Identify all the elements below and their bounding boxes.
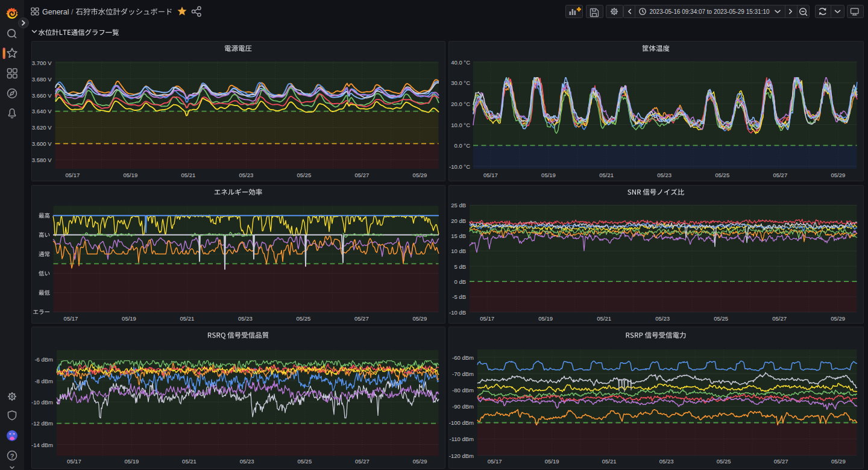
svg-text:05/27: 05/27 <box>774 458 788 465</box>
svg-text:05/25: 05/25 <box>297 172 312 178</box>
svg-text:05/27: 05/27 <box>355 172 370 178</box>
svg-text:30.0 °C: 30.0 °C <box>451 80 470 86</box>
svg-text:-60 dBm: -60 dBm <box>452 354 474 361</box>
svg-text:05/21: 05/21 <box>181 172 196 178</box>
svg-text:General: General <box>42 8 69 16</box>
svg-text:-14 dBm: -14 dBm <box>31 442 53 448</box>
svg-text:-120 dBm: -120 dBm <box>449 453 474 459</box>
svg-text:05/25: 05/25 <box>717 458 731 465</box>
svg-text:05/21: 05/21 <box>597 315 611 322</box>
svg-text:05/29: 05/29 <box>831 458 846 465</box>
svg-text:05/23: 05/23 <box>659 458 674 465</box>
svg-text:05/17: 05/17 <box>488 458 502 465</box>
svg-text:05/29: 05/29 <box>413 458 427 465</box>
svg-text:05/23: 05/23 <box>239 172 254 178</box>
svg-text:15 dB: 15 dB <box>451 233 466 239</box>
svg-text:20.0 °C: 20.0 °C <box>451 101 470 107</box>
svg-text:-100 dBm: -100 dBm <box>449 419 474 426</box>
svg-text:05/27: 05/27 <box>773 172 787 178</box>
svg-text:2023-05-16 09:34:07 to 2023-05: 2023-05-16 09:34:07 to 2023-05-29 15:31:… <box>650 8 770 15</box>
svg-text:05/23: 05/23 <box>238 315 253 322</box>
svg-text:3.620 V: 3.620 V <box>32 124 52 131</box>
svg-text:-6 dBm: -6 dBm <box>34 356 53 363</box>
svg-text:05/29: 05/29 <box>413 172 427 178</box>
svg-text:-70 dBm: -70 dBm <box>452 371 474 377</box>
svg-text:05/21: 05/21 <box>180 315 195 322</box>
svg-text:05/23: 05/23 <box>240 458 254 465</box>
svg-text:-10 dBm: -10 dBm <box>31 399 53 406</box>
svg-text:05/29: 05/29 <box>831 172 846 178</box>
svg-text:05/25: 05/25 <box>297 458 312 465</box>
svg-text:05/27: 05/27 <box>354 315 369 322</box>
svg-text:05/25: 05/25 <box>297 315 311 322</box>
svg-text:3.680 V: 3.680 V <box>32 76 52 83</box>
svg-text:3.600 V: 3.600 V <box>32 140 52 147</box>
svg-text:05/17: 05/17 <box>64 315 78 322</box>
svg-text:0.0 °C: 0.0 °C <box>454 142 470 149</box>
svg-text:05/23: 05/23 <box>655 315 670 322</box>
svg-text:-5 dB: -5 dB <box>452 293 466 300</box>
svg-text:05/25: 05/25 <box>714 315 728 322</box>
svg-text:05/19: 05/19 <box>545 458 559 465</box>
svg-text:05/21: 05/21 <box>602 458 617 465</box>
svg-text:05/19: 05/19 <box>541 172 556 178</box>
svg-text:-110 dBm: -110 dBm <box>450 436 474 442</box>
svg-text:?: ? <box>10 453 14 460</box>
svg-text:3.660 V: 3.660 V <box>32 92 52 99</box>
svg-text:-10.0 °C: -10.0 °C <box>449 163 470 170</box>
svg-text:3.640 V: 3.640 V <box>32 108 52 114</box>
svg-text:05/19: 05/19 <box>125 458 139 465</box>
svg-text:10.0 °C: 10.0 °C <box>451 122 470 128</box>
svg-text:-8 dBm: -8 dBm <box>34 378 53 384</box>
svg-text:10 dB: 10 dB <box>451 248 466 254</box>
svg-text:05/17: 05/17 <box>480 315 494 322</box>
svg-text:5 dB: 5 dB <box>454 263 466 270</box>
svg-text:-80 dBm: -80 dBm <box>452 387 474 393</box>
svg-text:/: / <box>71 8 74 16</box>
svg-text:05/25: 05/25 <box>715 172 729 178</box>
svg-text:-90 dBm: -90 dBm <box>452 403 474 410</box>
svg-text:05/21: 05/21 <box>182 458 197 465</box>
svg-text:05/17: 05/17 <box>483 172 498 178</box>
svg-text:3.700 V: 3.700 V <box>32 60 52 66</box>
svg-text:05/17: 05/17 <box>67 458 81 465</box>
svg-text:40.0 °C: 40.0 °C <box>451 59 470 66</box>
svg-text:05/19: 05/19 <box>538 315 553 322</box>
svg-text:05/17: 05/17 <box>66 172 80 178</box>
svg-text:05/27: 05/27 <box>772 315 787 322</box>
svg-text:-12 dBm: -12 dBm <box>31 420 53 427</box>
svg-text:05/27: 05/27 <box>355 458 370 465</box>
svg-text:05/23: 05/23 <box>657 172 671 178</box>
svg-text:05/19: 05/19 <box>122 315 136 322</box>
svg-text:05/19: 05/19 <box>124 172 138 178</box>
svg-text:05/29: 05/29 <box>412 315 427 322</box>
svg-text:25 dB: 25 dB <box>451 202 466 208</box>
svg-text:05/21: 05/21 <box>599 172 614 178</box>
svg-text:05/29: 05/29 <box>831 315 845 322</box>
svg-text:20 dB: 20 dB <box>451 218 466 224</box>
svg-text:-10 dB: -10 dB <box>449 309 466 316</box>
svg-text:3.580 V: 3.580 V <box>32 157 52 163</box>
svg-text:0 dB: 0 dB <box>454 278 466 285</box>
